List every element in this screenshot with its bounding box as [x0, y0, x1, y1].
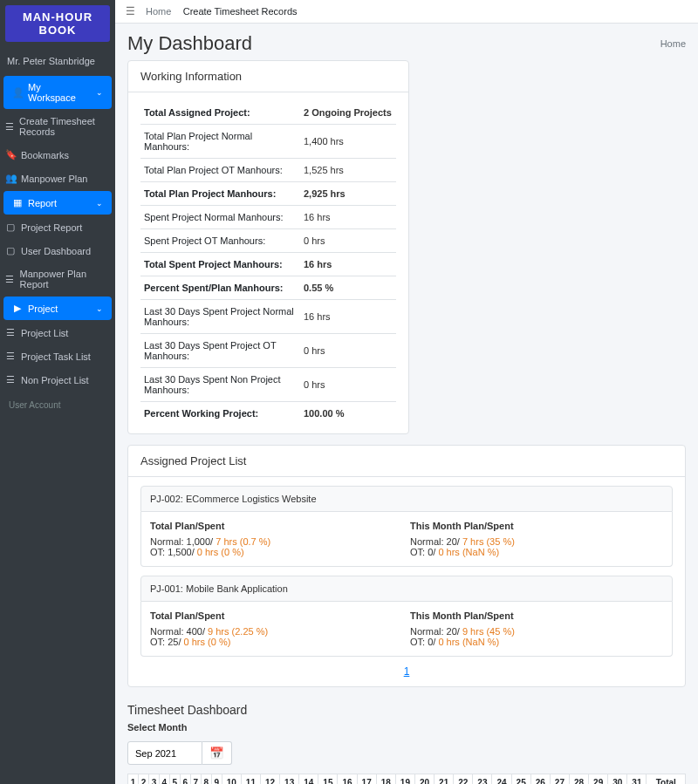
table-row: Total Plan Project Manhours:2,925 hrs: [140, 182, 396, 206]
breadcrumb-current[interactable]: Create Timesheet Records: [183, 6, 298, 17]
info-value: 1,525 hrs: [300, 159, 396, 182]
ts-day-header: 17: [357, 774, 376, 785]
table-row: Last 30 Days Spent Non Project Manhours:…: [140, 368, 396, 402]
info-value: 0.55 %: [300, 276, 396, 300]
project-header[interactable]: PJ-001: Mobile Bank Application: [140, 576, 673, 602]
nav-report[interactable]: ▦ Report ⌄: [3, 191, 112, 215]
nav-label: Project List: [21, 328, 68, 338]
info-key: Spent Project OT Manhours:: [140, 229, 300, 253]
month-normal: Normal: 20/ 9 hrs (45 %): [410, 626, 663, 637]
ts-day-header: 27: [550, 774, 569, 785]
nav-manpower-plan-report[interactable]: ☰ Manpower Plan Report: [0, 262, 115, 296]
nav-project-task-list[interactable]: ☰ Project Task List: [0, 344, 115, 368]
ts-day-header: 16: [338, 774, 357, 785]
users-icon: 👥: [5, 173, 16, 184]
info-key: Total Plan Project Normal Manhours:: [140, 125, 300, 159]
nav-non-project-list[interactable]: ☰ Non Project List: [0, 368, 115, 392]
plan-normal: Normal: 1,000/ 7 hrs (0.7 %): [150, 536, 403, 547]
ts-day-header: 18: [376, 774, 395, 785]
page-title: My Dashboard: [127, 32, 252, 55]
list-icon: ☰: [5, 274, 15, 285]
info-value: 16 hrs: [300, 253, 396, 276]
working-info-table: Total Assigned Project:2 Ongoing Project…: [140, 101, 396, 425]
nav-my-workspace[interactable]: 👤 My Workspace ⌄: [3, 76, 112, 109]
nav-manpower-plan[interactable]: 👥 Manpower Plan: [0, 167, 115, 190]
working-info-card: Working Information Total Assigned Proje…: [127, 60, 409, 434]
list-icon: ☰: [5, 374, 16, 385]
ts-day-header: 29: [589, 774, 608, 785]
table-row: Spent Project Normal Manhours:16 hrs: [140, 206, 396, 229]
assigned-project-card: Assigned Project List PJ-002: ECommerce …: [127, 445, 686, 687]
ts-day-header: 25: [511, 774, 530, 785]
ts-day-header: 4: [159, 774, 169, 785]
info-value: 2,925 hrs: [300, 182, 396, 206]
month-normal: Normal: 20/ 7 hrs (35 %): [410, 536, 663, 547]
ts-day-header: 26: [530, 774, 550, 785]
info-key: Percent Working Project:: [140, 402, 300, 426]
nav-label: Manpower Plan Report: [20, 269, 106, 290]
calendar-icon: 📅: [209, 747, 224, 760]
list-icon: ☰: [5, 351, 16, 362]
play-icon: ▶: [12, 303, 23, 314]
plan-spent-title: Total Plan/Spent: [150, 610, 403, 621]
nav-label: Bookmarks: [21, 150, 69, 160]
info-key: Total Assigned Project:: [140, 101, 300, 125]
table-row: Last 30 Days Spent Project Normal Manhou…: [140, 300, 396, 334]
nav-user-dashboard[interactable]: ▢ User Dashboard: [0, 239, 115, 262]
info-value: 2 Ongoing Projects: [300, 101, 396, 125]
month-picker-button[interactable]: 📅: [202, 741, 232, 765]
ts-day-header: 8: [201, 774, 211, 785]
nav-label: Project: [28, 303, 58, 314]
info-value: 0 hrs: [300, 368, 396, 402]
info-value: 1,400 hrs: [300, 125, 396, 159]
nav-project[interactable]: ▶ Project ⌄: [3, 297, 112, 320]
timesheet-table: 1234567891011121314151617181920212223242…: [127, 774, 686, 784]
nav-label: Non Project List: [21, 375, 89, 385]
window-icon: ▢: [5, 245, 16, 256]
chevron-down-icon: ⌄: [96, 304, 103, 313]
project-header[interactable]: PJ-002: ECommerce Logistics Website: [140, 486, 673, 512]
chevron-down-icon: ⌄: [96, 199, 103, 208]
info-key: Total Plan Project OT Manhours:: [140, 159, 300, 182]
ts-day-header: 3: [148, 774, 159, 785]
info-key: Total Spent Project Manhours:: [140, 253, 300, 276]
breadcrumb-home[interactable]: Home: [146, 6, 171, 17]
nav-label: Report: [28, 198, 57, 208]
timesheet-dashboard-title: Timesheet Dashboard: [127, 703, 686, 717]
ts-day-header: 15: [318, 774, 338, 785]
user-icon: 👤: [12, 87, 23, 99]
nav-label: Project Task List: [21, 351, 91, 362]
info-value: 100.00 %: [300, 402, 396, 426]
nav-create-timesheet[interactable]: ☰ Create Timesheet Records: [0, 110, 115, 143]
ts-day-header: 20: [414, 774, 434, 785]
breadcrumb-right-home[interactable]: Home: [660, 38, 686, 49]
list-icon: ☰: [5, 327, 16, 338]
plan-ot: OT: 25/ 0 hrs (0 %): [150, 637, 403, 647]
table-row: Total Assigned Project:2 Ongoing Project…: [140, 101, 396, 125]
month-input[interactable]: [127, 741, 202, 765]
window-icon: ▢: [5, 222, 16, 233]
ts-day-header: 10: [222, 774, 241, 785]
ts-day-header: 21: [435, 774, 454, 785]
nav-label: Manpower Plan: [21, 174, 87, 184]
nav-project-list[interactable]: ☰ Project List: [0, 321, 115, 344]
ts-day-header: 5: [169, 774, 180, 785]
table-row: Total Plan Project OT Manhours:1,525 hrs: [140, 159, 396, 182]
info-value: 0 hrs: [300, 334, 396, 368]
assigned-project-title: Assigned Project List: [128, 446, 685, 477]
ts-day-header: 24: [492, 774, 511, 785]
ts-day-header: 28: [569, 774, 588, 785]
info-value: 0 hrs: [300, 229, 396, 253]
plan-ot: OT: 1,500/ 0 hrs (0 %): [150, 547, 403, 557]
nav-project-report[interactable]: ▢ Project Report: [0, 215, 115, 239]
nav-bookmarks[interactable]: 🔖 Bookmarks: [0, 143, 115, 167]
bookmark-icon: 🔖: [5, 149, 16, 160]
menu-toggle-icon[interactable]: ☰: [126, 5, 135, 17]
info-key: Last 30 Days Spent Project OT Manhours:: [140, 334, 300, 368]
ts-day-header: 22: [454, 774, 473, 785]
ts-day-header: 14: [299, 774, 318, 785]
info-value: 16 hrs: [300, 206, 396, 229]
pager-page[interactable]: 1: [399, 663, 415, 680]
ts-day-header: 2: [138, 774, 148, 785]
ts-day-header: 12: [260, 774, 279, 785]
